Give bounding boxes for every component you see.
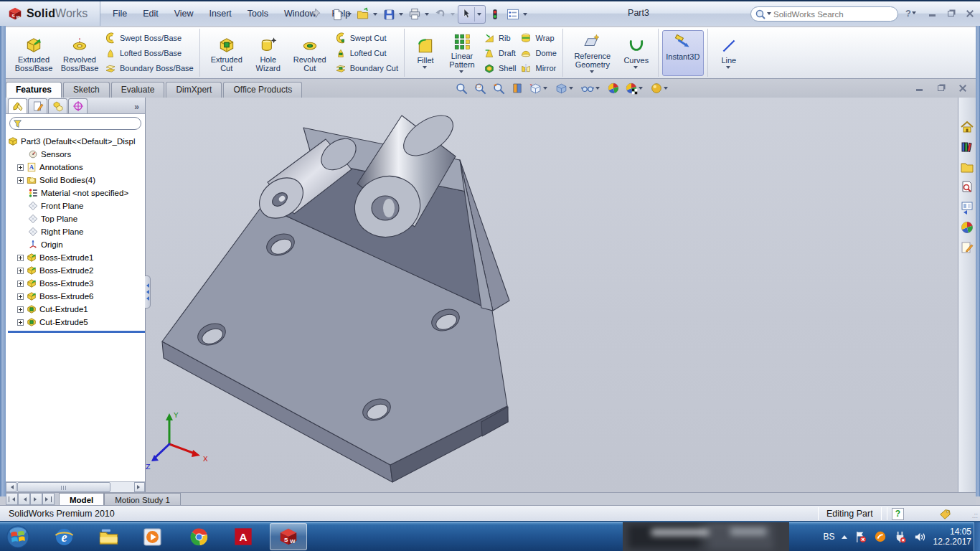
adobe-reader-icon[interactable]: [232, 526, 254, 547]
model-tab[interactable]: Model: [59, 493, 104, 505]
tree-item-material[interactable]: Material <not specified>: [8, 187, 145, 199]
menu-view[interactable]: View: [166, 6, 202, 22]
zoom-to-area-button[interactable]: [473, 82, 487, 95]
extruded-boss-base-button[interactable]: Extruded Boss/Base: [11, 34, 57, 72]
tree-item-right-plane[interactable]: Right Plane: [8, 225, 145, 238]
update-tray-icon[interactable]: [874, 530, 887, 543]
menu-tools[interactable]: Tools: [240, 6, 276, 22]
tab-evaluate[interactable]: Evaluate: [111, 82, 165, 98]
new-dropdown[interactable]: [347, 13, 352, 18]
tree-item-boss-extrude2[interactable]: Boss-Extrude2: [8, 264, 145, 277]
search-scope-dropdown[interactable]: [767, 12, 771, 17]
extruded-cut-button[interactable]: Extruded Cut: [204, 34, 250, 72]
dimxpertmanager-tab[interactable]: [68, 98, 88, 113]
tab-office-products[interactable]: Office Products: [223, 82, 302, 98]
undo-dropdown[interactable]: [451, 13, 455, 18]
rib-button[interactable]: Rib: [484, 32, 516, 44]
line-dropdown[interactable]: [726, 66, 730, 71]
tree-item-boss-extrude6[interactable]: Boss-Extrude6: [8, 290, 145, 303]
tree-item-front-plane[interactable]: Front Plane: [8, 199, 145, 212]
expand-toggle[interactable]: [17, 164, 24, 171]
select-dropdown[interactable]: [477, 13, 481, 18]
zoom-to-fit-button[interactable]: [455, 82, 468, 95]
options-button[interactable]: [504, 6, 522, 23]
last-tab-button[interactable]: [42, 493, 55, 505]
curves-button[interactable]: Curves: [618, 34, 654, 71]
propertymanager-tab[interactable]: [28, 98, 47, 113]
tree-item-origin[interactable]: Origin: [8, 238, 145, 251]
hide-show-items-dropdown[interactable]: [595, 87, 600, 92]
help-button[interactable]: ?: [905, 8, 918, 19]
search-box[interactable]: [750, 6, 898, 22]
new-document-button[interactable]: [329, 6, 346, 23]
revolved-cut-button[interactable]: Revolved Cut: [287, 34, 333, 72]
draft-button[interactable]: Draft: [484, 47, 516, 59]
configurationmanager-tab[interactable]: [48, 98, 67, 113]
doc-minimize-button[interactable]: [911, 83, 927, 93]
reference-geometry-button[interactable]: Reference Geometry: [567, 30, 618, 75]
tree-item-cut-extrude5[interactable]: Cut-Extrude5: [8, 316, 145, 329]
appearances-scenes-button[interactable]: [960, 220, 975, 235]
custom-properties-button[interactable]: [960, 240, 975, 255]
tab-features[interactable]: Features: [6, 82, 62, 98]
instant3d-button[interactable]: Instant3D: [662, 30, 704, 76]
search-results-button[interactable]: [960, 179, 975, 194]
design-library-button[interactable]: [960, 139, 975, 154]
lofted-boss-base-button[interactable]: Lofted Boss/Base: [105, 47, 194, 59]
graphics-viewport[interactable]: Y X Z: [146, 98, 960, 492]
action-center-icon[interactable]: [854, 530, 867, 544]
featuremanager-tab[interactable]: [8, 98, 27, 113]
boundary-cut-button[interactable]: Boundary Cut: [335, 62, 398, 74]
file-explorer-button[interactable]: [960, 159, 975, 174]
solidworks-resources-button[interactable]: [960, 119, 975, 134]
scroll-left-arrow[interactable]: [6, 482, 17, 492]
linear-pattern-dropdown[interactable]: [459, 70, 463, 75]
solidworks-taskbar-button[interactable]: [270, 523, 307, 550]
view-palette-button[interactable]: [960, 199, 975, 215]
section-view-button[interactable]: [511, 82, 524, 95]
display-style-button[interactable]: [555, 82, 575, 95]
print-dropdown[interactable]: [425, 13, 429, 18]
curves-dropdown[interactable]: [633, 66, 638, 71]
hole-wizard-button[interactable]: Hole Wizard: [250, 34, 287, 72]
swept-cut-button[interactable]: Swept Cut: [335, 32, 398, 44]
tree-item-top-plane[interactable]: Top Plane: [8, 212, 145, 225]
fillet-button[interactable]: Fillet: [408, 34, 443, 71]
tree-item-boss-extrude3[interactable]: Boss-Extrude3: [8, 277, 145, 290]
expand-toggle[interactable]: [17, 268, 24, 274]
search-input[interactable]: [773, 10, 892, 19]
tree-horizontal-scrollbar[interactable]: [6, 481, 145, 492]
show-desktop-button[interactable]: [974, 522, 980, 551]
open-dropdown[interactable]: [373, 13, 377, 18]
lofted-cut-button[interactable]: Lofted Cut: [335, 47, 398, 59]
shell-button[interactable]: Shell: [484, 62, 516, 74]
fillet-dropdown[interactable]: [423, 66, 427, 71]
maximize-button[interactable]: [943, 8, 958, 19]
show-hidden-icons-button[interactable]: [842, 532, 847, 539]
close-button[interactable]: [961, 8, 977, 19]
undo-button[interactable]: [432, 6, 449, 23]
mirror-button[interactable]: Mirror: [520, 62, 556, 74]
menu-file[interactable]: File: [105, 6, 135, 22]
tree-split-bar[interactable]: [8, 331, 145, 333]
tree-item-solid-bodies[interactable]: Solid Bodies(4): [8, 174, 145, 187]
expand-toggle[interactable]: [17, 293, 24, 300]
expand-toggle[interactable]: [17, 255, 24, 261]
appearance-dropdown[interactable]: [664, 87, 668, 92]
scroll-right-arrow[interactable]: [134, 482, 145, 492]
dome-button[interactable]: Dome: [520, 47, 556, 59]
taskbar-clock[interactable]: 14:05 12.2.2017: [933, 527, 971, 547]
expand-toggle[interactable]: [17, 281, 24, 287]
tab-dimxpert[interactable]: DimXpert: [166, 82, 222, 98]
reference-geometry-dropdown[interactable]: [590, 70, 594, 75]
revolved-boss-base-button[interactable]: Revolved Boss/Base: [57, 34, 103, 72]
display-style-dropdown[interactable]: [569, 87, 573, 92]
wrap-button[interactable]: Wrap: [520, 32, 556, 44]
first-tab-button[interactable]: [6, 493, 18, 505]
rebuild-button[interactable]: [486, 6, 504, 23]
next-tab-button[interactable]: [30, 493, 42, 505]
doc-close-button[interactable]: [954, 83, 970, 93]
tree-item-boss-extrude1[interactable]: Boss-Extrude1: [8, 251, 145, 264]
tree-item-sensors[interactable]: Sensors: [8, 148, 145, 161]
view-orientation-button[interactable]: [529, 82, 550, 95]
